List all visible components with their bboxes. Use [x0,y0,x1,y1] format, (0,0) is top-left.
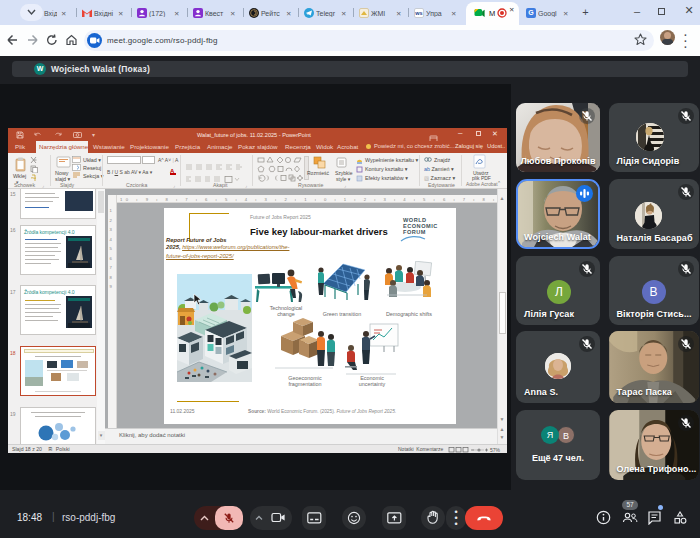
svg-text:57%: 57% [490,447,501,453]
